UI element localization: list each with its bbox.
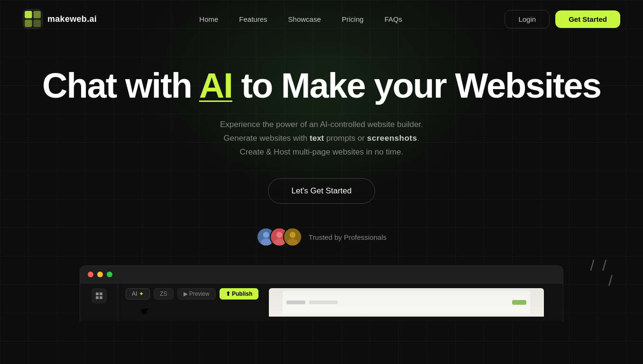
avatar-3 [283, 228, 302, 246]
navbar: makeweb.ai Home Features Showcase Pricin… [0, 0, 643, 38]
get-started-button[interactable]: Get Started [555, 10, 620, 28]
logo-icon [23, 9, 43, 29]
subtitle-suffix: . [417, 134, 420, 143]
preview-right [269, 283, 563, 321]
svg-point-6 [261, 239, 271, 246]
logo[interactable]: makeweb.ai [23, 9, 97, 29]
hero-title-part1: Chat with [42, 66, 199, 105]
logo-text: makeweb.ai [47, 14, 97, 24]
traffic-light-red [88, 272, 93, 277]
svg-point-11 [289, 232, 295, 238]
svg-rect-15 [96, 296, 99, 299]
svg-rect-13 [96, 292, 99, 295]
trust-section: Trusted by Professionals [0, 228, 643, 246]
preview-screenshot [269, 288, 544, 317]
svg-rect-3 [34, 20, 41, 27]
subtitle-line1: Experience the power of an AI-controlled… [220, 120, 423, 129]
browser-sidebar [80, 283, 118, 321]
nav-showcase[interactable]: Showcase [280, 11, 330, 27]
svg-rect-14 [100, 292, 102, 295]
toolbar-publish-button[interactable]: ⬆ Publish [220, 288, 259, 300]
cursor-hand-icon: ☛ [139, 304, 152, 318]
toolbar-zs-button[interactable]: ZS [154, 288, 173, 300]
toolbar-preview-button[interactable]: ▶ Preview [177, 288, 216, 300]
svg-point-9 [274, 239, 285, 246]
browser-mockup: AI ✦ ZS ▶ Preview ⬆ Publish ☛ [80, 265, 563, 321]
nav-features[interactable]: Features [230, 11, 276, 27]
sidebar-icon [92, 288, 107, 303]
cta-container: Let's Get Started [0, 178, 643, 204]
browser-titlebar [80, 266, 563, 283]
subtitle-line3: Create & Host multi-page websites in no … [240, 147, 404, 156]
hero-title-part2: to Make your Websites [232, 66, 601, 105]
svg-point-5 [263, 232, 269, 238]
svg-rect-0 [25, 11, 32, 18]
nav-pricing[interactable]: Pricing [333, 11, 372, 27]
nav-actions: Login Get Started [505, 10, 620, 28]
hero-section: Chat with AI to Make your Websites Exper… [0, 38, 643, 246]
svg-rect-1 [34, 11, 41, 18]
hero-subtitle: Experience the power of an AI-controlled… [0, 118, 643, 159]
traffic-light-yellow [97, 272, 103, 277]
nav-links: Home Features Showcase Pricing FAQs [191, 11, 411, 27]
subtitle-screenshots-bold: screenshots [367, 134, 417, 143]
nav-faqs[interactable]: FAQs [376, 11, 411, 27]
avatars-group [257, 228, 302, 246]
login-button[interactable]: Login [505, 10, 550, 28]
hero-title-ai: AI [199, 66, 232, 105]
decorative-slashes: / / / [590, 258, 615, 288]
trust-text: Trusted by Professionals [309, 233, 387, 241]
cta-button[interactable]: Let's Get Started [268, 178, 375, 204]
svg-point-8 [276, 232, 282, 238]
svg-point-12 [287, 239, 298, 246]
toolbar-ai-button[interactable]: AI ✦ [126, 288, 150, 300]
subtitle-line2-prefix: Generate websites with [224, 134, 310, 143]
svg-rect-16 [100, 296, 102, 299]
nav-home[interactable]: Home [191, 11, 227, 27]
traffic-light-green [107, 272, 112, 277]
browser-content: AI ✦ ZS ▶ Preview ⬆ Publish ☛ [80, 283, 563, 321]
svg-rect-2 [25, 20, 32, 27]
hero-title: Chat with AI to Make your Websites [0, 66, 643, 105]
browser-toolbar: AI ✦ ZS ▶ Preview ⬆ Publish ☛ [118, 283, 269, 321]
subtitle-text-bold: text [310, 134, 324, 143]
subtitle-mid: prompts or [324, 134, 367, 143]
